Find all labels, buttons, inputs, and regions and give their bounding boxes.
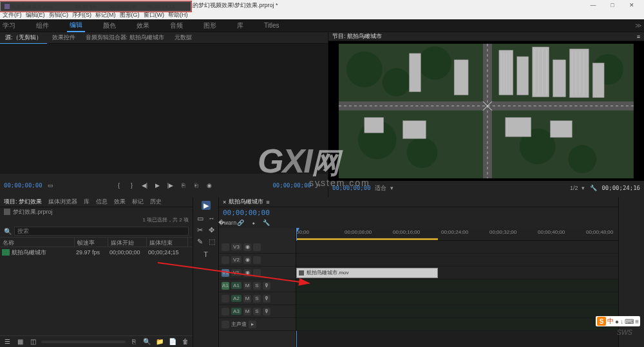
ime-menu-icon[interactable]: ≡ <box>635 318 639 325</box>
tab-audio-clip-mixer[interactable]: 音频剪辑混合器: 航拍鸟瞰城市 <box>80 32 169 43</box>
source-patch[interactable] <box>222 295 229 303</box>
slip-tool[interactable]: ✥ <box>207 225 216 234</box>
ws-learn[interactable]: 学习 <box>0 20 18 32</box>
tab-markers[interactable]: 标记 <box>132 198 144 206</box>
mic-icon[interactable]: 🎙 <box>263 282 270 290</box>
auto-seq-icon[interactable]: ⎘ <box>129 337 138 346</box>
tab-info[interactable]: 信息 <box>96 198 108 206</box>
razor-tool[interactable]: ✂ <box>196 225 205 234</box>
menu-marker[interactable]: 标记(M) <box>95 11 116 19</box>
mic-icon[interactable]: 🎙 <box>263 295 270 303</box>
zoom-level[interactable]: 1/2 <box>570 185 578 191</box>
settings-plus-icon[interactable]: + <box>315 181 324 190</box>
track-v2[interactable]: V2◉ <box>219 254 296 267</box>
source-tc-left[interactable]: 00;00;00;00 <box>4 182 43 189</box>
zoom-slider[interactable] <box>41 341 126 343</box>
tab-media-browser[interactable]: 媒体浏览器 <box>48 198 77 206</box>
timeline-tracks[interactable]: 00;00 00;00;08;00 00;00;16;00 00;00;24;0… <box>296 228 618 347</box>
settings-icon[interactable]: 🔧 <box>261 218 270 227</box>
tab-history[interactable]: 历史 <box>150 198 162 206</box>
ime-input-icon[interactable]: ↓ <box>620 318 623 325</box>
timeline-a2[interactable] <box>296 292 618 305</box>
source-patch[interactable] <box>222 308 229 315</box>
mic-icon[interactable]: 🎙 <box>263 308 270 315</box>
timeline-a1[interactable] <box>296 279 618 292</box>
timeline-master[interactable] <box>296 318 618 331</box>
insert-icon[interactable]: ⎘ <box>179 181 188 190</box>
source-monitor[interactable] <box>0 44 328 174</box>
new-item-icon[interactable]: 📄 <box>168 337 177 346</box>
wrench-icon[interactable]: 🔧 <box>589 183 598 192</box>
solo-button[interactable]: S <box>253 295 261 303</box>
export-frame-icon[interactable]: ◉ <box>205 181 214 190</box>
ws-color[interactable]: 颜色 <box>100 20 118 32</box>
track-v1[interactable]: V1V1◉ <box>219 267 296 279</box>
search-input[interactable] <box>14 227 189 236</box>
program-monitor[interactable] <box>328 41 644 181</box>
ime-lang[interactable]: 中 <box>607 317 614 326</box>
tab-library[interactable]: 库 <box>84 198 90 206</box>
close-button[interactable]: ✕ <box>622 2 641 8</box>
ws-effects[interactable]: 效果 <box>134 20 152 32</box>
lock-icon[interactable] <box>253 256 261 264</box>
track-a1[interactable]: A1A1MS🎙 <box>219 279 296 292</box>
ws-lib[interactable]: 库 <box>234 20 246 32</box>
new-bin-icon[interactable]: 📁 <box>155 337 164 346</box>
track-master[interactable]: 主声道▸ <box>219 318 296 331</box>
expand-icon[interactable]: ▸ <box>249 321 256 328</box>
marker-in-icon[interactable]: { <box>115 181 124 190</box>
eye-icon[interactable]: ◉ <box>243 243 251 251</box>
source-patch[interactable]: A1 <box>222 282 229 290</box>
menu-help[interactable]: 帮助(H) <box>168 11 188 19</box>
menu-seq[interactable]: 序列(S) <box>72 11 91 19</box>
ws-gfx[interactable]: 图形 <box>201 20 219 32</box>
solo-button[interactable]: S <box>253 308 261 315</box>
tab-effect-controls[interactable]: 效果控件 <box>47 32 80 43</box>
snap-icon[interactable]: �магn <box>223 218 232 227</box>
type-tool[interactable]: T <box>202 250 211 259</box>
program-tc-left[interactable]: 00;00;00;00 <box>332 185 371 191</box>
track-a2[interactable]: A2MS🎙 <box>219 292 296 305</box>
work-area-bar[interactable] <box>296 238 438 240</box>
track-a3[interactable]: A3MS🎙 <box>219 305 296 318</box>
ime-softkbd-icon[interactable]: ⌨ <box>625 318 634 325</box>
col-media-end[interactable]: 媒体结束 <box>147 238 188 247</box>
ws-assembly[interactable]: 组件 <box>33 20 52 32</box>
tab-source[interactable]: 源:（无剪辑） <box>0 32 47 44</box>
list-view-icon[interactable]: ☰ <box>3 337 12 346</box>
chevron-down-icon[interactable]: ▾ <box>582 185 585 191</box>
panel-menu-icon[interactable]: ≡ <box>637 33 640 40</box>
timeline-clip[interactable]: 航拍鸟瞰城市.mov <box>296 268 438 278</box>
tab-project[interactable]: 项目: 梦幻效果 <box>4 198 42 206</box>
sequence-name[interactable]: 航拍鸟瞰城市 <box>229 198 263 206</box>
minimize-button[interactable]: — <box>583 2 603 8</box>
fit-dropdown[interactable]: 适合 <box>375 184 386 192</box>
mute-button[interactable]: M <box>243 295 251 303</box>
col-framerate[interactable]: 帧速率 <box>75 238 108 247</box>
link-icon[interactable]: 🔗 <box>236 218 245 227</box>
timeline-timecode[interactable]: 00;00;00;00 <box>223 209 270 217</box>
timeline-v3[interactable] <box>296 241 618 254</box>
freeform-view-icon[interactable]: ◫ <box>28 337 37 346</box>
col-name[interactable]: 名称 <box>0 238 75 247</box>
source-tc-right[interactable]: 00;00;00;00 <box>272 182 311 189</box>
eye-icon[interactable]: ◉ <box>243 256 251 264</box>
menu-file[interactable]: 文件(F) <box>3 11 22 19</box>
source-patch[interactable]: V1 <box>222 269 229 277</box>
source-patch[interactable] <box>222 243 229 251</box>
step-fwd-icon[interactable]: |▶ <box>166 181 175 190</box>
tab-effects[interactable]: 效果 <box>114 198 126 206</box>
ime-logo-icon[interactable]: S <box>597 317 606 326</box>
track-select-tool[interactable]: ▭ <box>196 214 205 223</box>
mute-button[interactable]: M <box>243 308 251 315</box>
mute-button[interactable]: M <box>243 282 251 290</box>
find-icon[interactable]: 🔍 <box>142 337 151 346</box>
timeline-ruler[interactable]: 00;00 00;00;08;00 00;00;16;00 00;00;24;0… <box>296 228 618 241</box>
ws-editing[interactable]: 编辑 <box>67 19 85 32</box>
track-v3[interactable]: V3◉ <box>219 241 296 254</box>
ripple-tool[interactable]: ↔ <box>207 214 216 223</box>
timeline-a3[interactable] <box>296 305 618 318</box>
ws-overflow-icon[interactable]: ≫ <box>632 21 644 30</box>
step-back-icon[interactable]: ◀| <box>140 181 149 190</box>
project-item-sequence[interactable]: 航拍鸟瞰城市 29.97 fps 00;00;00;00 00;00;24;15 <box>0 247 193 258</box>
